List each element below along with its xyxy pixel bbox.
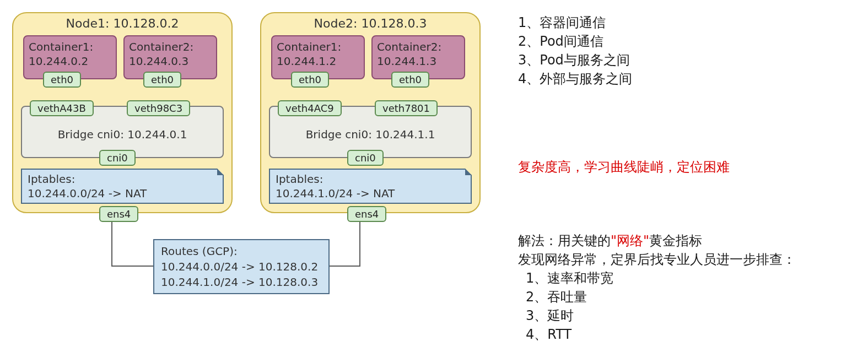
bridge-title: Bridge cni0: 10.244.0.1 xyxy=(22,128,223,141)
ens4-chip: ens4 xyxy=(99,206,138,222)
topic-item: 3、Pod与服务之间 xyxy=(518,51,860,69)
solution-line1: 解法：用关键的"网络"黄金指标 xyxy=(518,231,860,250)
metric-item: ... xyxy=(526,344,860,352)
node1-iptables: Iptables: 10.244.0.0/24 -> NAT xyxy=(21,169,224,204)
iptables-rule: 10.244.0.0/24 -> NAT xyxy=(22,186,223,201)
node2: Node2: 10.128.0.3 Container1: 10.244.1.2… xyxy=(260,12,481,213)
node1-title: Node1: 10.128.0.2 xyxy=(13,17,231,30)
topic-item: 2、Pod间通信 xyxy=(518,32,860,51)
container-label: Container2: 10.244.1.3 xyxy=(377,40,460,68)
eth0-chip: eth0 xyxy=(391,72,429,88)
metric-item: 2、吞吐量 xyxy=(526,288,860,306)
container-label: Container1: 10.244.1.2 xyxy=(277,40,359,68)
cni0-chip: cni0 xyxy=(347,150,384,166)
solution-suffix: 黄金指标 xyxy=(649,233,702,248)
veth-chip: veth98C3 xyxy=(127,100,190,116)
veth-chip: veth4AC9 xyxy=(278,100,342,116)
eth0-chip: eth0 xyxy=(291,72,329,88)
metric-item: 3、延时 xyxy=(526,306,860,325)
eth0-chip: eth0 xyxy=(143,72,181,88)
veth-chip: vethA43B xyxy=(30,100,94,116)
node2-title: Node2: 10.128.0.3 xyxy=(261,17,479,30)
sidebar-notes: 1、容器间通信 2、Pod间通信 3、Pod与服务之间 4、外部与服务之间 复杂… xyxy=(518,13,860,352)
bridge-title: Bridge cni0: 10.244.1.1 xyxy=(270,128,471,141)
iptables-header: Iptables: xyxy=(270,170,471,186)
metric-item: 1、速率和带宽 xyxy=(526,269,860,288)
warning-line: 复杂度高，学习曲线陡峭，定位困难 xyxy=(518,158,860,176)
node2-iptables: Iptables: 10.244.1.0/24 -> NAT xyxy=(269,169,472,204)
container-label: Container1: 10.244.0.2 xyxy=(29,40,111,68)
solution-prefix: 解法：用关键的 xyxy=(518,233,611,248)
cni0-chip: cni0 xyxy=(99,150,136,166)
solution-line2: 发现网络异常，定界后找专业人员进一步排查： xyxy=(518,250,860,269)
topic-item: 4、外部与服务之间 xyxy=(518,69,860,88)
node1: Node1: 10.128.0.2 Container1: 10.244.0.2… xyxy=(12,12,233,213)
topic-item: 1、容器间通信 xyxy=(518,13,860,32)
routes-box: Routes (GCP): 10.244.0.0/24 -> 10.128.0.… xyxy=(153,239,330,294)
metric-item: 4、RTT xyxy=(526,325,860,344)
routes-r1: 10.244.0.0/24 -> 10.128.0.2 xyxy=(154,259,328,274)
solution-quoted: "网络" xyxy=(611,233,649,248)
ens4-chip: ens4 xyxy=(347,206,386,222)
iptables-rule: 10.244.1.0/24 -> NAT xyxy=(270,186,471,201)
iptables-header: Iptables: xyxy=(22,170,223,186)
eth0-chip: eth0 xyxy=(43,72,81,88)
network-diagram: Node1: 10.128.0.2 Container1: 10.244.0.2… xyxy=(12,12,492,321)
routes-r2: 10.244.1.0/24 -> 10.128.0.3 xyxy=(154,274,328,290)
container-label: Container2: 10.244.0.3 xyxy=(129,40,212,68)
routes-header: Routes (GCP): xyxy=(154,240,328,259)
veth-chip: veth7801 xyxy=(375,100,438,116)
